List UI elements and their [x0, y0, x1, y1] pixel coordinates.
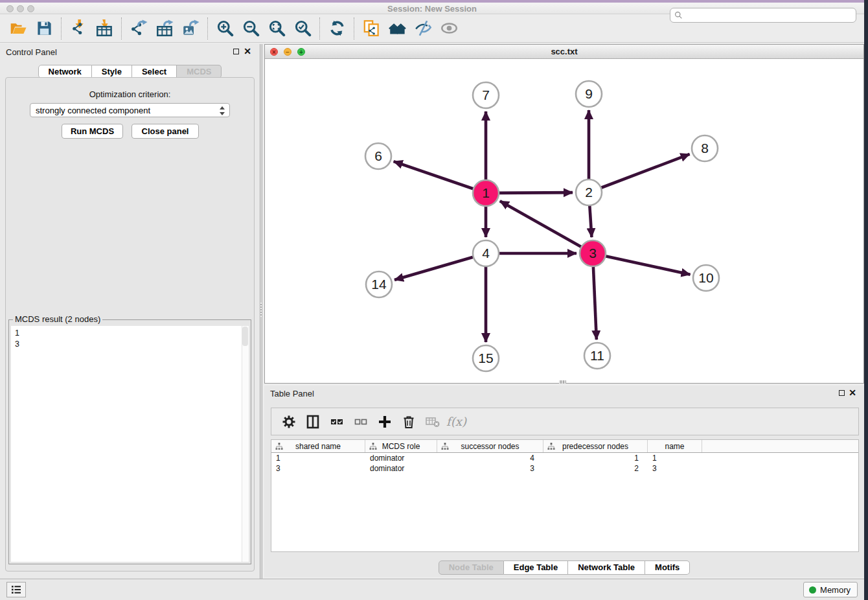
tab-network[interactable]: Network: [38, 65, 92, 78]
zoom-in-icon[interactable]: [212, 17, 238, 40]
search-box[interactable]: [670, 8, 856, 23]
mcds-result-group: MCDS result (2 nodes) 1 3: [8, 319, 251, 564]
graph-node-15[interactable]: 15: [473, 345, 499, 371]
close-table-panel-icon[interactable]: ✕: [849, 387, 856, 398]
column-header-MCDS-role[interactable]: MCDS role: [365, 440, 437, 452]
new-network-from-selection-icon[interactable]: [358, 17, 384, 40]
graph-node-8[interactable]: 8: [692, 135, 718, 161]
graph-node-3[interactable]: 3: [580, 240, 606, 266]
zoom-out-icon[interactable]: [238, 17, 264, 40]
table-cell: dominator: [365, 463, 437, 474]
svg-text:8: 8: [701, 141, 709, 156]
memory-label: Memory: [820, 585, 851, 595]
table-cell: 2: [543, 463, 648, 474]
network-canvas[interactable]: 7968124314101511: [265, 59, 863, 383]
import-table-icon[interactable]: [91, 17, 117, 40]
export-network-icon[interactable]: [126, 17, 152, 40]
column-layout-icon[interactable]: [301, 410, 325, 433]
tab-mcds[interactable]: MCDS: [177, 65, 222, 78]
toolbar-separator: [319, 17, 320, 40]
control-panel-tabbar: NetworkStyleSelectMCDS: [0, 65, 260, 78]
column-header-successor-nodes[interactable]: successor nodes: [437, 440, 543, 452]
splitter-grip[interactable]: [260, 303, 262, 317]
mcds-result-title: MCDS result (2 nodes): [13, 314, 102, 324]
float-table-panel-icon[interactable]: [839, 390, 845, 396]
column-header-name[interactable]: name: [648, 440, 702, 452]
svg-text:7: 7: [482, 87, 490, 102]
graph-node-6[interactable]: 6: [365, 143, 391, 169]
zoom-selected-icon[interactable]: [290, 17, 315, 40]
svg-text:14: 14: [371, 277, 387, 292]
optimization-criterion-label: Optimization criterion:: [6, 89, 254, 99]
table-cell: 1: [271, 453, 365, 463]
show-all-icon[interactable]: [436, 17, 462, 40]
horizontal-splitter-grip[interactable]: [559, 380, 566, 384]
criterion-value: strongly connected component: [36, 106, 150, 115]
toolbar-separator: [121, 17, 122, 40]
export-table-icon[interactable]: [152, 17, 177, 40]
node-table[interactable]: shared nameMCDS rolesuccessor nodesprede…: [271, 439, 859, 552]
float-panel-icon[interactable]: [233, 49, 239, 54]
save-session-icon[interactable]: [31, 17, 57, 40]
svg-text:10: 10: [698, 270, 713, 285]
tab-select[interactable]: Select: [132, 65, 177, 78]
graph-node-2[interactable]: 2: [576, 179, 602, 205]
graph-node-9[interactable]: 9: [576, 81, 602, 107]
table-settings-icon[interactable]: [277, 410, 301, 433]
tab-style[interactable]: Style: [92, 65, 132, 78]
status-bar: Memory: [0, 579, 864, 600]
task-history-button[interactable]: [6, 582, 26, 597]
svg-text:11: 11: [590, 348, 604, 363]
control-panel-title: Control Panel: [6, 47, 57, 57]
run-mcds-button[interactable]: Run MCDS: [62, 124, 123, 139]
result-scrollbar[interactable]: [242, 326, 249, 562]
first-neighbors-icon[interactable]: [384, 17, 410, 40]
add-column-icon[interactable]: [372, 410, 396, 433]
apply-layout-icon[interactable]: [324, 17, 350, 40]
attribute-type-icon: [275, 443, 283, 450]
column-header-shared-name[interactable]: shared name: [271, 440, 365, 452]
close-panel-button[interactable]: Close panel: [131, 124, 199, 139]
tab-network-table[interactable]: Network Table: [568, 560, 645, 575]
graph-node-14[interactable]: 14: [366, 271, 392, 297]
toolbar-separator: [207, 17, 208, 40]
control-panel: Control Panel ✕ NetworkStyleSelectMCDS O…: [0, 44, 260, 579]
graph-node-1[interactable]: 1: [473, 180, 499, 206]
clear-all-checkboxes-icon[interactable]: [348, 410, 372, 433]
edge-3-1[interactable]: [500, 201, 593, 253]
graph-node-4[interactable]: 4: [473, 240, 499, 266]
network-window-title: scc.txt: [265, 47, 863, 56]
graph-node-11[interactable]: 11: [584, 343, 610, 369]
table-panel: Table Panel ✕ f(x) shared nameMCDS roles…: [264, 386, 864, 577]
edge-1-6[interactable]: [394, 161, 486, 193]
open-file-icon[interactable]: [5, 17, 31, 40]
table-row[interactable]: 1dominator411: [271, 453, 858, 463]
tab-motifs[interactable]: Motifs: [645, 560, 690, 575]
graph-node-10[interactable]: 10: [693, 265, 719, 291]
column-header-predecessor-nodes[interactable]: predecessor nodes: [543, 440, 648, 452]
table-row[interactable]: 3dominator323: [271, 463, 858, 474]
edge-3-10[interactable]: [593, 253, 691, 275]
graph-node-7[interactable]: 7: [473, 82, 499, 108]
search-input[interactable]: [685, 11, 852, 20]
zoom-fit-icon[interactable]: [264, 17, 290, 40]
vertical-splitter[interactable]: [260, 44, 262, 579]
mcds-result-textarea[interactable]: 1 3: [11, 326, 249, 562]
tab-edge-table[interactable]: Edge Table: [504, 560, 568, 575]
close-panel-icon[interactable]: ✕: [244, 46, 251, 56]
svg-text:3: 3: [589, 246, 597, 260]
import-network-icon[interactable]: [65, 17, 91, 40]
select-all-checkboxes-icon[interactable]: [325, 410, 348, 433]
attribute-type-icon: [441, 443, 449, 450]
memory-button[interactable]: Memory: [803, 582, 858, 597]
criterion-select[interactable]: strongly connected component: [30, 103, 230, 117]
function-builder-icon: f(x): [444, 410, 468, 433]
tab-node-table[interactable]: Node Table: [439, 560, 504, 575]
network-graph[interactable]: 7968124314101511: [265, 59, 863, 383]
export-image-icon[interactable]: [177, 17, 203, 40]
attribute-type-icon: [547, 443, 555, 450]
edge-2-8[interactable]: [589, 154, 690, 192]
hide-selected-icon[interactable]: [410, 17, 436, 40]
edge-4-14[interactable]: [394, 253, 486, 280]
delete-column-icon[interactable]: [396, 410, 420, 433]
